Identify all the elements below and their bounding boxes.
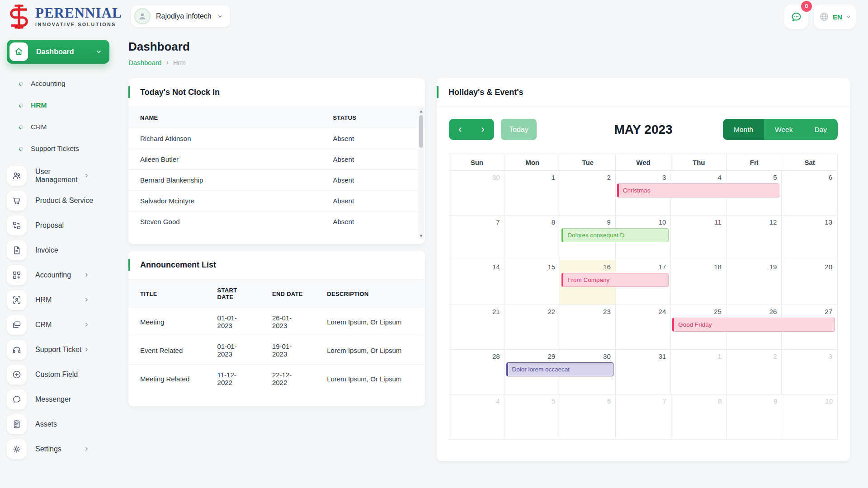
calendar-cell[interactable]: 20 — [782, 260, 837, 305]
sidebar-subitem-crm[interactable]: CRM — [0, 116, 117, 138]
calendar-view-switcher: MonthWeekDay — [723, 119, 838, 140]
table-scrollbar[interactable]: ▲ ▼ — [418, 108, 424, 239]
calendar-cell[interactable]: 2 — [560, 171, 616, 216]
table-cell: Bernard Blankenship — [128, 170, 321, 191]
sidebar-item-messenger[interactable]: Messenger — [0, 387, 117, 412]
calendar-cell[interactable]: 5 — [505, 394, 561, 439]
calendar-event[interactable]: Dolor lorem occaecat — [506, 362, 613, 376]
accounting-icon — [7, 265, 27, 285]
brand-logo: PERENNIAL INNOVATIVE SOLUTIONS — [6, 4, 122, 29]
scroll-up-icon[interactable]: ▲ — [419, 108, 423, 114]
sidebar-item-label: Dashboard — [28, 48, 95, 56]
day-number: 28 — [492, 352, 500, 360]
sidebar-item-user-management[interactable]: User Management — [0, 163, 117, 188]
language-selector[interactable]: EN — [814, 5, 856, 29]
announcement-table: TITLESTART DATEEND DATEDESCRIPTION Meeti… — [128, 280, 425, 393]
announcement-card: Announcement List TITLESTART DATEEND DAT… — [128, 251, 425, 406]
messages-button[interactable]: 0 — [784, 5, 808, 29]
sidebar-item-proposal[interactable]: Proposal — [0, 213, 117, 238]
calendar-cell[interactable]: 10 — [782, 394, 837, 439]
sidebar-subitem-accounting[interactable]: Accounting — [0, 73, 117, 94]
calendar-cell[interactable]: 19 — [726, 260, 782, 305]
brand-name: PERENNIAL — [35, 6, 122, 20]
day-number: 5 — [552, 397, 555, 405]
day-number: 27 — [825, 308, 832, 315]
company-selector[interactable]: Rajodiya infotech — [131, 5, 230, 27]
table-cell: Absent — [321, 191, 425, 211]
calendar-cell[interactable]: 13 — [782, 216, 837, 260]
sidebar-subitem-hrm[interactable]: HRM — [0, 94, 117, 116]
day-number: 8 — [718, 397, 722, 405]
table-cell: Salvador Mcintyre — [128, 191, 321, 211]
calendar-view-week-button[interactable]: Week — [764, 119, 803, 140]
calendar-cell[interactable]: 8 — [505, 216, 561, 260]
table-row: Salvador McintyreAbsent — [128, 191, 425, 211]
brand-logo-mark — [6, 4, 32, 29]
main-content: Dashboard Dashboard › Hrm Today's Not Cl… — [117, 33, 868, 488]
table-cell: Meeting Related — [128, 365, 206, 393]
calendar-cell[interactable]: 24 — [616, 305, 671, 350]
calendar-cell[interactable]: 15 — [505, 260, 561, 305]
calendar-prev-button[interactable] — [449, 119, 472, 140]
sidebar-item-assets[interactable]: Assets — [0, 412, 117, 436]
globe-icon — [819, 11, 830, 22]
calendar-cell[interactable]: 23 — [560, 305, 616, 350]
day-header-tue: Tue — [560, 154, 616, 171]
calendar-today-button[interactable]: Today — [501, 119, 537, 140]
sidebar-item-support-ticket[interactable]: Support Ticket — [0, 337, 117, 362]
calculator-icon — [7, 414, 27, 434]
calendar-cell[interactable]: 12 — [726, 216, 782, 260]
sidebar-item-crm[interactable]: CRM — [0, 312, 117, 337]
calendar-cell[interactable]: 2 — [726, 350, 782, 394]
calendar-cell[interactable]: 7 — [616, 394, 671, 439]
sidebar-item-label: CRM — [35, 321, 84, 329]
calendar-cell[interactable]: 30 — [449, 171, 505, 216]
calendar-next-button[interactable] — [472, 119, 494, 140]
calendar-cell[interactable]: 4 — [449, 394, 505, 439]
calendar-cell[interactable]: 8 — [671, 394, 727, 439]
sidebar-item-invoice[interactable]: Invoice — [0, 238, 117, 263]
chevron-right-icon — [84, 173, 90, 178]
calendar-event[interactable]: Good Friday — [672, 318, 835, 332]
day-number: 16 — [603, 263, 611, 271]
day-number: 26 — [769, 308, 777, 315]
sidebar-item-hrm[interactable]: HRM — [0, 287, 117, 312]
calendar-cell[interactable]: 1 — [671, 350, 726, 394]
calendar-cell[interactable]: 9 — [727, 394, 783, 439]
scroll-thumb[interactable] — [419, 115, 423, 148]
calendar-week-row: 45678910 — [449, 394, 837, 439]
sidebar-subitem-support-tickets[interactable]: Support Tickets — [0, 138, 117, 160]
column-header: TITLE — [128, 280, 206, 308]
calendar-cell[interactable]: 3 — [782, 350, 837, 394]
calendar-cell[interactable]: 7 — [449, 216, 505, 260]
calendar-cell[interactable]: 21 — [449, 305, 505, 350]
sidebar-item-custom-field[interactable]: Custom Field — [0, 362, 117, 387]
table-cell: Lorem Ipsum, Or Lipsum — [315, 308, 425, 336]
calendar-event[interactable]: From Company — [561, 273, 669, 287]
table-row: Steven GoodAbsent — [128, 211, 425, 232]
scroll-down-icon[interactable]: ▼ — [419, 233, 423, 239]
calendar-cell[interactable]: 18 — [671, 260, 726, 305]
calendar-cell[interactable]: 1 — [505, 171, 561, 216]
sidebar-item-accounting[interactable]: Accounting — [0, 263, 117, 287]
calendar-cell[interactable]: 11 — [671, 216, 726, 260]
calendar-view-month-button[interactable]: Month — [723, 119, 764, 140]
sidebar-item-label: User Management — [35, 168, 84, 184]
sidebar-item-settings[interactable]: Settings — [0, 436, 117, 461]
not-clock-in-card: Today's Not Clock In NAMESTATUS Richard … — [128, 78, 425, 244]
calendar-cell[interactable]: 22 — [505, 305, 561, 350]
sidebar-item-dashboard[interactable]: Dashboard — [7, 40, 109, 64]
calendar-cell[interactable]: 28 — [449, 350, 505, 394]
table-cell: 01-01-2023 — [206, 308, 260, 336]
sidebar-subitem-label: CRM — [31, 123, 47, 131]
breadcrumb-dashboard[interactable]: Dashboard — [128, 59, 161, 66]
calendar-view-day-button[interactable]: Day — [803, 119, 838, 140]
calendar-cell[interactable]: 6 — [560, 394, 616, 439]
calendar-event[interactable]: Christmas — [617, 183, 780, 197]
calendar-event[interactable]: Dolores consequat D — [561, 228, 669, 242]
bullet-icon — [18, 146, 24, 152]
calendar-cell[interactable]: 6 — [782, 171, 837, 216]
calendar-cell[interactable]: 31 — [616, 350, 671, 394]
sidebar-item-product-service[interactable]: Product & Service — [0, 188, 117, 213]
calendar-cell[interactable]: 14 — [449, 260, 505, 305]
